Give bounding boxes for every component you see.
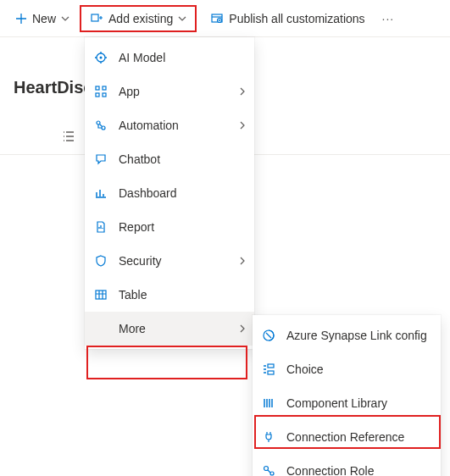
menu-item-automation[interactable]: Automation [85, 108, 254, 142]
svg-point-10 [102, 126, 105, 130]
svg-rect-0 [92, 14, 98, 21]
menu-item-label: Component Library [286, 396, 432, 410]
menu-item-label: AI Model [119, 51, 246, 64]
menu-item-label: Chatbot [119, 152, 246, 166]
svg-rect-13 [268, 364, 274, 368]
ai-model-icon [93, 51, 108, 64]
add-existing-more-submenu: Azure Synapse Link config Choice Compone… [253, 315, 441, 476]
menu-item-label: More [119, 322, 229, 335]
svg-rect-5 [96, 86, 99, 90]
overflow-button[interactable]: ··· [374, 7, 403, 30]
add-existing-icon [90, 12, 103, 25]
menu-item-label: Choice [286, 363, 432, 376]
page-title: HeartDise [14, 78, 92, 97]
menu-item-report[interactable]: Report [85, 210, 254, 244]
chevron-right-icon [239, 121, 246, 130]
svg-rect-14 [268, 371, 274, 374]
new-label: New [32, 12, 56, 25]
chevron-right-icon [239, 87, 246, 96]
menu-item-chatbot[interactable]: Chatbot [85, 142, 254, 176]
new-button[interactable]: New [7, 7, 78, 30]
menu-item-label: Automation [119, 119, 229, 132]
dashboard-icon [93, 186, 108, 200]
svg-point-16 [270, 472, 274, 475]
add-existing-menu: AI Model App Automation Chatbot Dashboar… [85, 37, 254, 349]
menu-item-dashboard[interactable]: Dashboard [85, 176, 254, 210]
table-icon [93, 288, 108, 302]
svg-rect-11 [96, 291, 106, 299]
menu-item-app[interactable]: App [85, 75, 254, 108]
publish-label: Publish all customizations [229, 12, 364, 25]
menu-item-label: Report [119, 220, 246, 234]
publish-icon [210, 12, 224, 25]
chevron-down-icon [61, 14, 69, 23]
menu-item-more[interactable]: More [85, 312, 254, 346]
svg-point-9 [97, 121, 100, 125]
menu-item-label: Dashboard [119, 186, 246, 200]
connection-role-icon [261, 464, 276, 476]
list-view-icon[interactable] [61, 129, 76, 144]
menu-item-label: Azure Synapse Link config [286, 329, 432, 342]
menu-item-label: Security [119, 254, 229, 268]
publish-button[interactable]: Publish all customizations [202, 7, 373, 30]
menu-item-label: Connection Reference [286, 430, 432, 444]
add-existing-label: Add existing [108, 12, 173, 25]
chevron-down-icon [178, 14, 186, 23]
menu-item-security[interactable]: Security [85, 244, 254, 278]
report-icon [93, 220, 108, 234]
connection-reference-icon [261, 430, 276, 444]
svg-point-4 [100, 57, 103, 59]
menu-item-table[interactable]: Table [85, 278, 254, 312]
svg-rect-7 [96, 93, 99, 97]
menu-item-label: Connection Role [286, 464, 432, 476]
menu-item-connection-role[interactable]: Connection Role [253, 454, 441, 476]
app-icon [93, 85, 108, 98]
svg-rect-6 [103, 86, 106, 90]
menu-item-synapse[interactable]: Azure Synapse Link config [253, 318, 441, 352]
plus-icon [15, 13, 27, 25]
menu-item-choice[interactable]: Choice [253, 352, 441, 386]
menu-item-connection-reference[interactable]: Connection Reference [253, 420, 441, 454]
add-existing-button[interactable]: Add existing [80, 5, 197, 32]
highlight-more [86, 346, 247, 379]
chevron-right-icon [239, 257, 246, 265]
chevron-right-icon [239, 324, 246, 333]
svg-rect-8 [103, 93, 106, 97]
automation-icon [93, 119, 108, 132]
synapse-icon [261, 329, 276, 342]
component-library-icon [261, 396, 276, 410]
chatbot-icon [93, 152, 108, 166]
menu-item-ai-model[interactable]: AI Model [85, 41, 254, 75]
choice-icon [261, 363, 276, 376]
menu-item-label: Table [119, 288, 246, 302]
svg-point-15 [264, 467, 269, 471]
menu-item-component-library[interactable]: Component Library [253, 386, 441, 420]
shield-icon [93, 254, 108, 268]
menu-item-label: App [119, 85, 229, 98]
command-bar: New Add existing Publish all customizati… [0, 0, 450, 37]
